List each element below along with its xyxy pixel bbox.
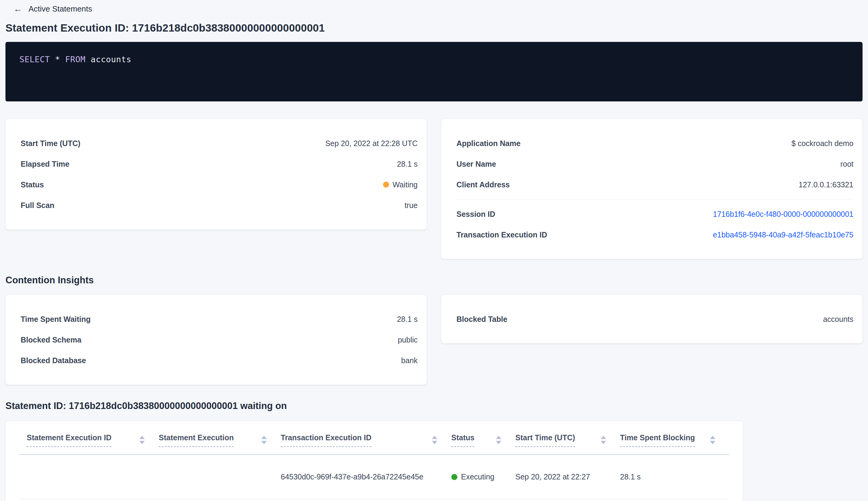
kv-value: true [404, 201, 417, 210]
kv-row-transaction-execution-id: Transaction Execution ID e1bba458-5948-4… [456, 224, 854, 245]
sort-icon[interactable] [432, 436, 437, 444]
sql-keyword: FROM [65, 55, 86, 64]
kv-label: Application Name [456, 139, 521, 148]
kv-label: Client Address [456, 180, 510, 189]
column-header-label[interactable]: Time Spent Blocking [620, 433, 695, 447]
kv-row-application-name: Application Name $ cockroach demo [456, 133, 854, 154]
kv-label: Session ID [456, 210, 495, 218]
kv-value: bank [401, 356, 417, 365]
cell-status: Executing [451, 472, 516, 481]
contention-details-card: Time Spent Waiting 28.1 s Blocked Schema… [6, 295, 427, 385]
kv-value: public [398, 335, 417, 344]
kv-row-time-spent-waiting: Time Spent Waiting 28.1 s [21, 309, 417, 329]
column-header-start-time: Start Time (UTC) [516, 433, 620, 454]
waiting-statements-table: Statement Execution ID Statement Executi… [6, 421, 743, 501]
sql-statement-text: SELECT * FROM accounts [19, 55, 131, 64]
kv-value: Sep 20, 2022 at 22:28 UTC [325, 139, 417, 148]
column-header-statement-execution: Statement Execution [159, 433, 281, 454]
table-row: 64530d0c-969f-437e-a9b4-26a72245e45e Exe… [19, 455, 729, 499]
kv-value: 28.1 s [397, 315, 417, 324]
kv-row-blocked-schema: Blocked Schema public [21, 329, 417, 350]
back-to-active-statements-link[interactable]: ← Active Statements [13, 2, 862, 15]
kv-label: Transaction Execution ID [456, 231, 547, 239]
kv-value: accounts [823, 315, 854, 324]
statement-overview-card: Start Time (UTC) Sep 20, 2022 at 22:28 U… [6, 119, 427, 230]
table-header-row: Statement Execution ID Statement Executi… [19, 421, 729, 455]
sort-icon[interactable] [496, 436, 501, 444]
sql-statement-box: SELECT * FROM accounts [6, 42, 862, 102]
column-header-label[interactable]: Statement Execution [159, 433, 234, 447]
sort-icon[interactable] [261, 436, 267, 444]
status-value: Waiting [383, 180, 417, 189]
status-text: Executing [461, 472, 495, 481]
kv-row-client-address: Client Address 127.0.0.1:63321 [456, 174, 854, 195]
sort-icon[interactable] [601, 436, 606, 444]
column-header-label[interactable]: Transaction Execution ID [281, 433, 371, 447]
kv-label: Start Time (UTC) [21, 139, 80, 148]
column-header-label[interactable]: Status [451, 433, 474, 447]
executing-status-dot-icon [451, 474, 457, 480]
transaction-execution-id-link[interactable]: e1bba458-5948-40a9-a42f-5feac1b10e75 [713, 231, 854, 239]
sort-icon[interactable] [139, 436, 145, 444]
session-details-card: Application Name $ cockroach demo User N… [441, 119, 862, 259]
breadcrumb-label: Active Statements [29, 4, 92, 14]
kv-value: 127.0.0.1:63321 [799, 180, 854, 189]
column-header-label[interactable]: Start Time (UTC) [516, 433, 575, 447]
kv-row-start-time: Start Time (UTC) Sep 20, 2022 at 22:28 U… [21, 133, 417, 154]
kv-label: Full Scan [21, 201, 54, 210]
kv-label: Blocked Database [21, 356, 86, 365]
kv-value: 28.1 s [397, 160, 417, 169]
kv-label: Elapsed Time [21, 160, 69, 169]
kv-row-user-name: User Name root [456, 154, 854, 174]
sql-keyword: SELECT [19, 55, 50, 64]
waiting-on-heading: Statement ID: 1716b218dc0b38380000000000… [6, 401, 862, 412]
kv-value: $ cockroach demo [792, 139, 854, 148]
contention-cards-row: Time Spent Waiting 28.1 s Blocked Schema… [6, 295, 862, 385]
kv-label: Blocked Table [456, 315, 508, 324]
session-id-link[interactable]: 1716b1f6-4e0c-f480-0000-000000000001 [713, 210, 854, 218]
status-text: Waiting [393, 180, 417, 189]
waiting-status-dot-icon [383, 182, 389, 188]
kv-label: Blocked Schema [21, 335, 82, 344]
kv-row-status: Status Waiting [21, 174, 417, 195]
cell-transaction-execution-id: 64530d0c-969f-437e-a9b4-26a72245e45e [281, 472, 451, 481]
sort-icon[interactable] [710, 436, 715, 444]
sql-star: * [55, 55, 60, 64]
column-header-transaction-execution-id: Transaction Execution ID [281, 433, 451, 454]
kv-row-session-id: Session ID 1716b1f6-4e0c-f480-0000-00000… [456, 204, 854, 224]
summary-cards-row: Start Time (UTC) Sep 20, 2022 at 22:28 U… [6, 119, 862, 259]
blocked-table-card: Blocked Table accounts [441, 295, 862, 343]
cell-start-time: Sep 20, 2022 at 22:27 [516, 472, 620, 481]
column-header-time-spent-blocking: Time Spent Blocking [620, 433, 729, 454]
column-header-status: Status [451, 433, 516, 454]
kv-value: root [840, 160, 854, 169]
card-divider [456, 199, 854, 200]
sql-table-name: accounts [91, 55, 131, 64]
kv-row-full-scan: Full Scan true [21, 195, 417, 216]
cell-time-spent-blocking: 28.1 s [620, 472, 729, 481]
back-arrow-icon: ← [13, 4, 22, 13]
kv-row-elapsed-time: Elapsed Time 28.1 s [21, 154, 417, 174]
kv-row-blocked-table: Blocked Table accounts [456, 309, 854, 329]
kv-label: Status [21, 180, 44, 189]
kv-row-blocked-database: Blocked Database bank [21, 350, 417, 371]
column-header-statement-execution-id: Statement Execution ID [19, 433, 159, 454]
page-title: Statement Execution ID: 1716b218dc0b3838… [6, 22, 862, 34]
statement-execution-page: ← Active Statements Statement Execution … [0, 0, 868, 501]
kv-label: Time Spent Waiting [21, 315, 91, 324]
column-header-label[interactable]: Statement Execution ID [27, 433, 111, 447]
kv-label: User Name [456, 160, 496, 169]
contention-insights-heading: Contention Insights [6, 275, 862, 286]
